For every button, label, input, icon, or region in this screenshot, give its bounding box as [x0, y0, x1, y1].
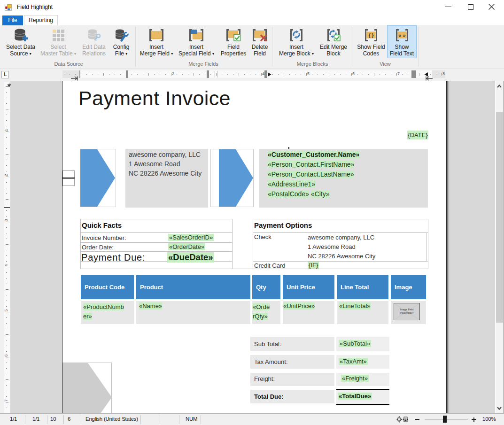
svg-text:« »: « » — [398, 32, 405, 38]
svg-text:{ }: { } — [369, 33, 374, 38]
